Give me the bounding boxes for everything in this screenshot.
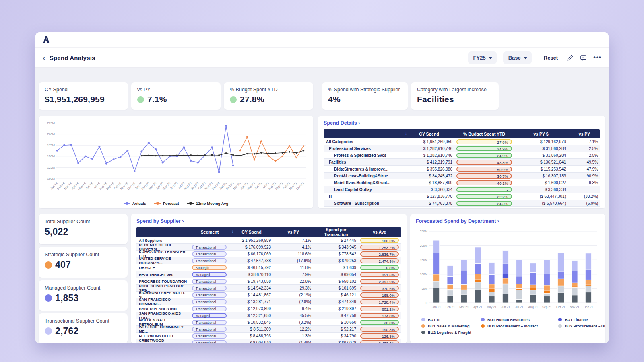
spend-per-transaction-value: $ 34,790 bbox=[314, 333, 359, 339]
legend-swatch-icon bbox=[558, 324, 562, 328]
sort-descending-icon[interactable]: ↓ bbox=[405, 131, 407, 136]
table-row[interactable]: ORACLEStrategic$ 46,815,79211.8%$ 1,6396… bbox=[136, 264, 401, 271]
spend-details-panel: Spend Details › ↓CY Spend% Budget Spent … bbox=[318, 116, 605, 208]
column-header[interactable]: vs PY $ bbox=[514, 132, 568, 136]
vs-py-value: 9.4% bbox=[273, 305, 314, 312]
column-header[interactable]: Segment bbox=[190, 230, 230, 234]
line-chart-legend: ActualsForecast12mo Moving Avg bbox=[42, 201, 310, 206]
vs-py-usd-value: ($ 63,447,301) bbox=[514, 193, 568, 200]
table-row[interactable]: Bids;Structures & Improve...$ 355,826,08… bbox=[324, 166, 600, 173]
svg-text:Dec 19: Dec 19 bbox=[127, 181, 136, 191]
column-header[interactable]: ↓CY Spend bbox=[230, 230, 273, 234]
comment-icon[interactable] bbox=[580, 54, 587, 61]
table-row[interactable]: All Categories$ 1,951,269,95927.8%$ 129,… bbox=[324, 138, 600, 145]
fiscal-year-selector[interactable]: FY25 ▾ bbox=[468, 51, 497, 64]
cy-spend-value: $ 412,319,791 bbox=[403, 159, 455, 165]
vs-avg-cell: 126.8% bbox=[359, 333, 400, 339]
column-header[interactable]: vs PY bbox=[568, 132, 601, 136]
segment-cell: Transactional bbox=[190, 326, 230, 332]
vs-avg-cell: 38.8% bbox=[359, 319, 400, 325]
spend-details-table: ↓CY Spend% Budget Spent YTDvs PY $vs PYA… bbox=[324, 129, 600, 208]
reset-button[interactable]: Reset bbox=[544, 55, 558, 61]
svg-text:0: 0 bbox=[426, 301, 427, 305]
column-header[interactable]: vs PY bbox=[273, 230, 314, 234]
table-row[interactable]: Comms/Network Charges$ 25,267,53218.3%($… bbox=[324, 207, 600, 208]
column-header[interactable]: Spend per Transaction bbox=[314, 227, 359, 237]
vs-py-usd-value: ($ 5,570,664) bbox=[514, 200, 568, 206]
supplier-count-label: Strategic Supplier Count bbox=[45, 252, 122, 257]
table-row[interactable]: UNITED SERVICE ORGANIZA...Transactional$… bbox=[136, 257, 401, 264]
column-header[interactable]: vs Avg bbox=[359, 230, 400, 234]
chevron-down-icon: ▾ bbox=[489, 56, 492, 60]
more-options-icon[interactable]: ••• bbox=[593, 54, 601, 61]
kpi-value: 7.1% bbox=[147, 95, 167, 104]
vs-avg-cell: 168.0% bbox=[359, 292, 400, 298]
vs-py-value: 7.9% bbox=[273, 271, 314, 278]
legend-item: Forecast bbox=[154, 201, 179, 206]
column-header[interactable]: ↓CY Spend bbox=[403, 132, 455, 136]
table-row[interactable]: HEALTHRIGHT 360Managed$ 38,670,1107.9%$ … bbox=[136, 271, 401, 278]
cy-spend-value: $ 18,887,899 bbox=[403, 179, 455, 186]
vs-py-value: 12.2% bbox=[273, 326, 314, 332]
svg-text:250M: 250M bbox=[420, 230, 427, 233]
chevron-right-icon: › bbox=[497, 218, 499, 224]
dashboard-content: CY Spend$1,951,269,959vs PY7.1%% Budget … bbox=[35, 68, 609, 343]
header-actions: FY25 ▾ Base ▾ Reset ••• bbox=[468, 51, 601, 64]
back-button[interactable]: ‹ bbox=[43, 53, 45, 62]
column-header-label: CY Spend bbox=[242, 230, 261, 234]
svg-text:May 21: May 21 bbox=[487, 305, 497, 309]
legend-item: BU1 Sales & Marketing bbox=[421, 324, 481, 328]
kpi-card: CY Spend$1,951,269,959 bbox=[39, 82, 128, 110]
svg-text:Sep 20: Sep 20 bbox=[190, 181, 199, 191]
vs-avg-pill: 801.2% bbox=[360, 306, 399, 311]
budget-pct-cell: 30.7% bbox=[455, 173, 514, 179]
spend-per-transaction-value: $ 778,542 bbox=[314, 251, 359, 257]
table-row[interactable]: Professional Services$ 1,282,910,74624.9… bbox=[324, 145, 600, 152]
kpi-label: vs PY bbox=[137, 87, 215, 93]
kpi-value: 4% bbox=[328, 95, 341, 104]
segment-cell: Transactional bbox=[190, 285, 230, 291]
spend-details-link[interactable]: Spend Details › bbox=[324, 120, 600, 126]
table-row[interactable]: Software - Subscription$ 74,763,37824.3%… bbox=[324, 200, 600, 207]
forecasted-spend-title: Forecasted Spend by Department bbox=[416, 218, 496, 224]
cy-spend-value: $ 66,176,069 bbox=[230, 251, 273, 257]
vs-py-value: 22.8% bbox=[273, 278, 314, 284]
budget-pct-cell: - bbox=[455, 186, 514, 193]
table-row[interactable]: Profess & Specialized Svcs$ 1,282,910,74… bbox=[324, 152, 600, 159]
table-row[interactable]: IT$ 127,836,77022.2%($ 63,447,301)(33.2%… bbox=[324, 193, 600, 200]
table-header-row: Segment↓CY Spendvs PYSpend per Transacti… bbox=[136, 227, 401, 237]
version-selector[interactable]: Base ▾ bbox=[503, 51, 532, 64]
segment-cell: Managed bbox=[190, 312, 230, 319]
legend-swatch-icon bbox=[421, 318, 425, 321]
vs-avg-pill: 168.0% bbox=[360, 292, 399, 298]
segment-cell: Transactional bbox=[190, 278, 230, 284]
spend-by-supplier-link[interactable]: Spend by Supplier › bbox=[136, 218, 401, 224]
category-name: Comms/Network Charges bbox=[324, 207, 403, 208]
sort-descending-icon[interactable]: ↓ bbox=[231, 229, 233, 234]
table-row[interactable]: SAN FRANCISCO COMMUNI...Transactional$ 1… bbox=[136, 298, 401, 305]
table-row[interactable]: Land Capital Outlay$ 3,360,334-$ 3,360,3… bbox=[324, 186, 600, 193]
svg-text:Oct 21: Oct 21 bbox=[556, 305, 565, 309]
table-row[interactable]: WESTSIDE COMMUNITY ME...Transactional$ 8… bbox=[136, 326, 401, 333]
legend-item: BU1 IT bbox=[421, 317, 481, 322]
table-row[interactable]: Rent&Lease-Building&Struc...$ 34,245,472… bbox=[324, 173, 600, 179]
legend-marker-icon bbox=[154, 202, 161, 205]
legend-label: BU1 IT bbox=[428, 317, 440, 322]
forecasted-spend-link[interactable]: Forecasted Spend by Department › bbox=[416, 218, 600, 224]
spend-trend-panel: 100M125M150M175M200M225MJan 19Feb 19Mar … bbox=[39, 116, 313, 208]
legend-label: BU2 Procurement – Direct bbox=[565, 324, 605, 328]
svg-text:200M: 200M bbox=[47, 132, 55, 136]
cy-spend-value: $ 12,321,650 bbox=[230, 312, 273, 319]
fiscal-year-value: FY25 bbox=[473, 55, 486, 61]
category-name: Software - Subscription bbox=[324, 200, 403, 206]
table-row[interactable]: Facilities$ 412,319,79148.8%$ 136,521,04… bbox=[324, 159, 600, 166]
vs-avg-pill: 126.8% bbox=[360, 333, 399, 339]
table-row[interactable]: Maint Svcs-Building&Struct...$ 18,887,89… bbox=[324, 179, 600, 186]
segment-cell: Transactional bbox=[190, 319, 230, 325]
vs-avg-pill: 174.0% bbox=[360, 313, 399, 318]
edit-pencil-icon[interactable] bbox=[567, 54, 574, 61]
table-row[interactable]: CRESTWOOD BEHAVIORAL ...Transactional$ 8… bbox=[136, 339, 401, 343]
column-header[interactable]: % Budget Spent YTD bbox=[455, 132, 514, 136]
category-name: Land Capital Outlay bbox=[324, 186, 403, 193]
column-header-label: vs PY bbox=[288, 230, 299, 234]
